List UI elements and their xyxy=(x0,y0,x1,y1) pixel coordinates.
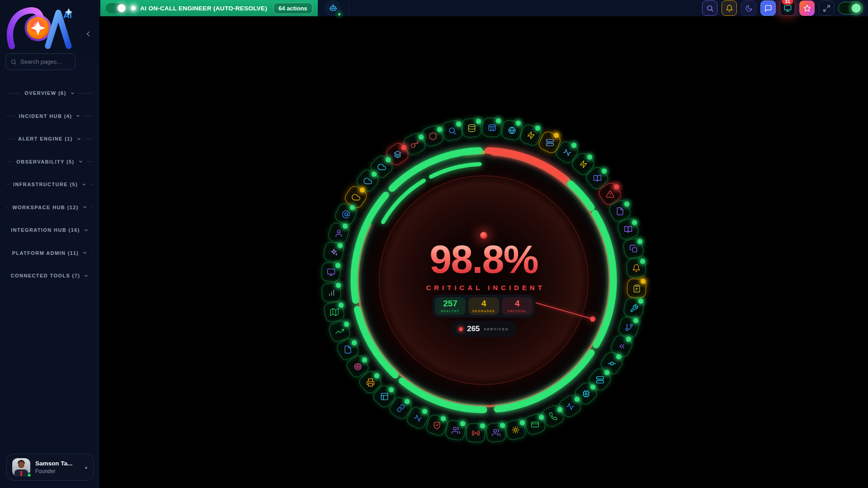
sidebar-section[interactable]: ALERT ENGINE (1) xyxy=(0,127,99,150)
chevron-down-icon xyxy=(84,273,89,278)
service-status-dot xyxy=(336,283,341,288)
service-status-dot xyxy=(480,423,485,428)
gear-icon xyxy=(511,425,520,434)
globe-icon xyxy=(507,126,516,134)
service-status-dot xyxy=(343,224,348,229)
table-icon xyxy=(487,123,496,132)
fullscreen-button[interactable] xyxy=(819,0,834,16)
link-icon xyxy=(396,404,405,413)
chat-icon xyxy=(764,5,772,12)
chat-button[interactable] xyxy=(760,0,776,16)
topbar-divider xyxy=(349,2,349,14)
alerts-monitor-button[interactable]: 31 xyxy=(780,0,795,16)
toggle-knob xyxy=(118,4,126,12)
activity-icon xyxy=(563,148,571,156)
alert-triangle-icon xyxy=(605,189,614,198)
service-status-dot xyxy=(362,357,367,362)
chevron-down-icon xyxy=(75,113,80,118)
git-commit-icon xyxy=(608,359,616,368)
service-status-dot xyxy=(616,354,621,359)
cloud-icon xyxy=(377,162,386,171)
power-toggle-knob xyxy=(852,4,861,13)
divider xyxy=(6,139,14,139)
sidebar-section[interactable]: INTEGRATION HUB (16) xyxy=(0,219,99,242)
sidebar-section[interactable]: OVERVIEW (6) xyxy=(0,82,99,105)
divider xyxy=(92,230,93,230)
sidebar-section-label: WORKSPACE HUB (12) xyxy=(12,205,79,210)
sidebar-section[interactable]: OBSERVABILITY (5) xyxy=(0,150,99,174)
sidebar-search xyxy=(5,53,75,70)
at-sign-icon xyxy=(341,210,350,219)
sidebar-section[interactable]: INCIDENT HUB (4) xyxy=(0,105,99,128)
book-icon xyxy=(623,225,632,234)
service-status-dot xyxy=(633,318,638,323)
monitor-icon xyxy=(784,5,792,12)
sidebar-section-label: PLATFORM ADMIN (11) xyxy=(12,250,79,256)
service-status-dot xyxy=(638,299,643,304)
phone-icon xyxy=(549,412,557,421)
sidebar-section[interactable]: PLATFORM ADMIN (11) xyxy=(0,242,99,265)
sparkles-icon xyxy=(329,248,338,257)
sidebar-section[interactable]: WORKSPACE HUB (12) xyxy=(0,196,99,219)
sidebar: AI OVERVIEW (6) INCIDENT HUB (4) xyxy=(0,0,99,488)
ai-auto-resolve-toggle[interactable] xyxy=(106,3,127,13)
sidebar-section-label: ALERT ENGINE (1) xyxy=(18,136,73,141)
service-status-dot xyxy=(624,202,629,206)
service-status-dot xyxy=(604,370,609,375)
logo-area: AI xyxy=(0,0,99,61)
layers-icon xyxy=(393,150,401,159)
users-icon xyxy=(452,426,460,435)
profile-menu-caret[interactable]: ▲ xyxy=(84,465,88,469)
app-root: 98.8% CRITICAL INCIDENT 257 HEALTHY 4 DE… xyxy=(0,0,868,488)
assistant-online-dot xyxy=(337,12,342,17)
search-icon xyxy=(10,59,17,65)
divider xyxy=(84,116,93,116)
sidebar-section-label: CONNECTED TOOLS (7) xyxy=(11,273,80,278)
ai-assistant-button[interactable] xyxy=(325,0,341,16)
divider xyxy=(6,116,15,116)
service-status-dot xyxy=(575,397,580,402)
dark-mode-button[interactable] xyxy=(741,0,756,16)
favorites-button[interactable] xyxy=(799,0,815,16)
divider xyxy=(87,161,93,162)
activity-icon xyxy=(414,414,422,422)
search-button[interactable] xyxy=(702,0,717,16)
divider xyxy=(6,93,21,94)
app-logo[interactable]: AI xyxy=(5,3,77,56)
service-status-dot xyxy=(374,373,379,378)
trending-up-icon xyxy=(335,327,344,335)
server-icon xyxy=(545,138,554,146)
divider xyxy=(6,161,13,162)
sidebar-collapse-button[interactable] xyxy=(84,30,92,38)
service-status-dot xyxy=(476,119,481,124)
sidebar-section[interactable]: CONNECTED TOOLS (7) xyxy=(0,264,99,287)
credit-card-icon xyxy=(530,420,539,428)
avatar xyxy=(12,458,30,476)
service-status-dot xyxy=(520,420,525,425)
sidebar-section[interactable]: INFRASTRUCTURE (5) xyxy=(0,173,99,196)
expand-icon xyxy=(823,5,830,12)
ai-banner-title: AI ON-CALL ENGINEER (AUTO-RESOLVE) xyxy=(140,5,267,12)
activity-icon xyxy=(566,402,575,410)
user-role: Founder xyxy=(35,468,79,474)
notifications-button[interactable] xyxy=(722,0,737,16)
sidebar-nav: OVERVIEW (6) INCIDENT HUB (4) ALERT ENGI… xyxy=(0,82,99,287)
sidebar-section-label: OVERVIEW (6) xyxy=(24,90,66,96)
divider xyxy=(92,276,93,276)
user-name: Samson Ta... xyxy=(35,460,79,467)
divider xyxy=(91,207,93,207)
power-toggle[interactable] xyxy=(838,2,863,14)
sidebar-section-label: INFRASTRUCTURE (5) xyxy=(13,182,78,187)
service-status-dot xyxy=(422,409,427,414)
monitor-icon xyxy=(327,268,335,277)
chevron-down-icon xyxy=(84,228,89,233)
divider xyxy=(90,184,93,185)
copy-icon xyxy=(629,244,637,253)
user-online-dot xyxy=(27,473,32,478)
key-icon xyxy=(410,140,419,148)
user-profile-card[interactable]: Samson Ta... Founder ▲ xyxy=(6,454,94,481)
search-pages-input[interactable] xyxy=(20,58,70,65)
service-status-dot xyxy=(460,421,465,426)
service-status-dot xyxy=(441,416,446,421)
gauge-disc xyxy=(379,175,589,385)
